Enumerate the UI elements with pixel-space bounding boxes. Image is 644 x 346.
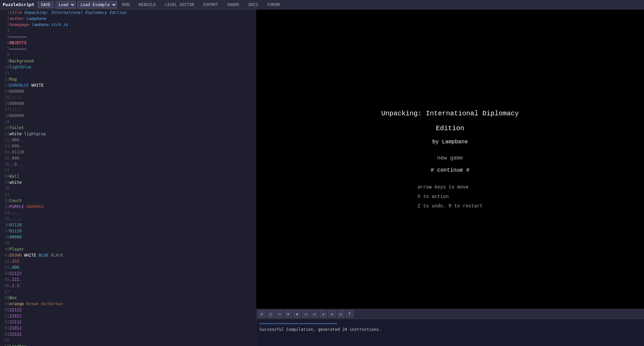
control-button[interactable]: ↻ <box>328 310 336 318</box>
forum-link[interactable]: FORUM <box>266 2 281 7</box>
line-content[interactable]: 000000 <box>9 113 256 119</box>
control-button[interactable]: ○ <box>267 310 274 318</box>
control-button[interactable]: ✚ <box>293 310 301 318</box>
line-content[interactable]: 00000 <box>9 234 256 240</box>
line-content[interactable]: Rug <box>9 76 256 82</box>
code-editor[interactable]: 1title Unpacking: International Diplomac… <box>0 9 256 346</box>
line-content[interactable] <box>9 192 256 198</box>
table-row: 10lightblue <box>0 64 256 70</box>
line-content[interactable]: Longbox <box>9 343 256 346</box>
line-content[interactable]: 11111 <box>9 94 256 100</box>
control-button[interactable]: ↺ <box>319 310 327 318</box>
line-content[interactable]: OBJECTS <box>9 40 256 46</box>
line-content[interactable]: Background <box>9 58 256 64</box>
line-number: 55 <box>0 337 9 343</box>
line-content[interactable]: white lightgray <box>9 131 256 137</box>
line-content[interactable]: ..0.. <box>9 161 256 167</box>
line-content[interactable]: .000. <box>9 137 256 143</box>
line-content[interactable]: 22122 <box>9 331 256 337</box>
control-button[interactable]: ✕ <box>258 310 266 318</box>
load-select[interactable]: Load <box>56 1 75 8</box>
control-button[interactable]: ↤ <box>302 310 309 318</box>
run-link[interactable]: RUN <box>121 2 131 7</box>
line-content[interactable] <box>9 119 256 125</box>
line-content[interactable]: orange brown darkbrown <box>9 301 256 307</box>
line-content[interactable]: 000000 <box>9 100 256 107</box>
line-content[interactable]: 01110 <box>9 228 256 234</box>
line-content[interactable] <box>9 70 256 76</box>
line-content[interactable]: 21012 <box>9 325 256 331</box>
line-number: 17 <box>0 107 9 113</box>
table-row: 4422122 <box>0 270 256 277</box>
export-link[interactable]: EXPORT <box>202 2 219 7</box>
line-content[interactable]: Box <box>9 295 256 301</box>
save-button[interactable]: SAVE <box>38 1 54 8</box>
table-row: 9Background <box>0 58 256 64</box>
control-button[interactable]: ? <box>346 310 353 318</box>
line-content[interactable]: .000. <box>9 264 256 270</box>
table-row: 30 <box>0 185 256 192</box>
line-content[interactable]: 01110 <box>9 222 256 228</box>
table-row: 3601110 <box>0 222 256 228</box>
table-row: 32Couch <box>0 198 256 204</box>
line-content[interactable]: 21112 <box>9 319 256 325</box>
line-content[interactable]: ======= <box>9 46 256 52</box>
line-content[interactable]: ======= <box>9 34 256 40</box>
line-content[interactable] <box>9 52 256 58</box>
line-content[interactable]: author Lampbane <box>9 16 256 22</box>
line-content[interactable]: homepage lambane.itch.io <box>9 22 256 28</box>
line-content[interactable] <box>9 28 256 34</box>
line-content[interactable]: Couch <box>9 198 256 204</box>
line-number: 22 <box>0 137 9 143</box>
share-link[interactable]: SHARE <box>226 2 241 7</box>
game-preview: Unpacking: International Diplomacy Editi… <box>256 9 644 309</box>
game-continue[interactable]: # continue # <box>381 165 519 176</box>
line-content[interactable]: Player <box>9 246 256 252</box>
line-content[interactable]: .01110 <box>9 149 256 155</box>
line-content[interactable]: ..... <box>9 216 256 222</box>
line-content[interactable]: DARKBLUE WHITE <box>9 82 256 88</box>
line-content[interactable]: lightblue <box>9 64 256 70</box>
line-content[interactable]: .222. <box>9 277 256 283</box>
rebuild-link[interactable]: REBUILD <box>137 2 157 7</box>
game-new[interactable]: new game <box>381 153 519 164</box>
line-content[interactable]: .333. <box>9 258 256 264</box>
line-content[interactable] <box>9 240 256 246</box>
level-editor-link[interactable]: LEVEL EDITOR <box>164 2 196 7</box>
line-content[interactable]: .2.2. <box>9 283 256 289</box>
line-number: 35 <box>0 216 9 222</box>
line-number: 38 <box>0 234 9 240</box>
control-button[interactable]: ◻ <box>337 310 344 318</box>
line-content[interactable]: Toilet <box>9 125 256 131</box>
control-button[interactable]: ↦ <box>311 310 318 318</box>
line-content[interactable]: title Unpacking: International Diplomacy… <box>9 9 256 16</box>
table-row: 34..... <box>0 210 256 216</box>
app-name: PuzzleScript <box>3 2 34 7</box>
table-row: 22.000. <box>0 137 256 143</box>
line-content[interactable] <box>9 167 256 173</box>
line-content[interactable]: white <box>9 179 256 185</box>
load-example-select[interactable]: Load Example <box>78 1 117 8</box>
line-content[interactable]: PURPLE DARKRED <box>9 204 256 210</box>
line-content[interactable] <box>9 185 256 192</box>
line-content[interactable]: ..... <box>9 210 256 216</box>
console-panel: ================================ Success… <box>256 319 644 346</box>
line-content[interactable]: 22122 <box>9 307 256 313</box>
line-number: 8 <box>0 52 9 58</box>
table-row: 42.333. <box>0 258 256 264</box>
table-row: 35..... <box>0 216 256 222</box>
line-content[interactable]: BROWN WHITE BLUE BLACK <box>9 252 256 258</box>
docs-link[interactable]: DOCS <box>247 2 259 7</box>
line-content[interactable]: .000. <box>9 143 256 149</box>
control-button[interactable]: → <box>276 310 283 318</box>
control-button[interactable]: ✲ <box>284 310 292 318</box>
line-content[interactable]: .000. <box>9 155 256 161</box>
line-content[interactable] <box>9 337 256 343</box>
line-content[interactable]: 22122 <box>9 270 256 277</box>
line-content[interactable]: 11111 <box>9 107 256 113</box>
line-content[interactable]: 21012 <box>9 313 256 319</box>
line-content[interactable]: 000000 <box>9 88 256 94</box>
line-content[interactable] <box>9 289 256 295</box>
table-row: 47 <box>0 289 256 295</box>
line-content[interactable]: Wall <box>9 173 256 179</box>
